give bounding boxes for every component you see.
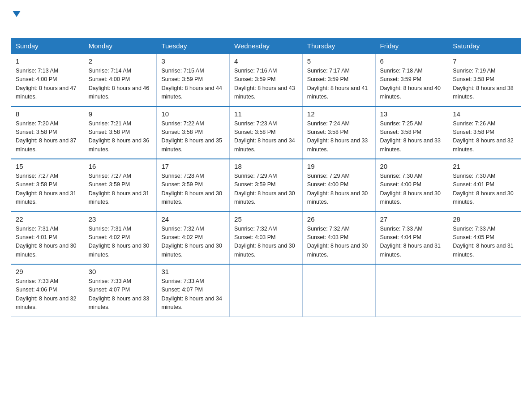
- calendar-cell: 6Sunrise: 7:18 AMSunset: 3:59 PMDaylight…: [375, 54, 448, 107]
- day-info: Sunrise: 7:30 AMSunset: 4:00 PMDaylight:…: [380, 172, 444, 207]
- calendar-cell: 10Sunrise: 7:22 AMSunset: 3:58 PMDayligh…: [157, 107, 230, 159]
- day-info: Sunrise: 7:30 AMSunset: 4:01 PMDaylight:…: [453, 172, 516, 207]
- day-info: Sunrise: 7:32 AMSunset: 4:03 PMDaylight:…: [234, 225, 298, 260]
- calendar-cell: 28Sunrise: 7:33 AMSunset: 4:05 PMDayligh…: [448, 212, 521, 265]
- day-info: Sunrise: 7:25 AMSunset: 3:58 PMDaylight:…: [380, 120, 444, 154]
- day-info: Sunrise: 7:28 AMSunset: 3:59 PMDaylight:…: [161, 172, 225, 207]
- day-number: 12: [307, 110, 371, 118]
- day-number: 20: [380, 163, 444, 170]
- day-info: Sunrise: 7:16 AMSunset: 3:59 PMDaylight:…: [234, 67, 298, 102]
- day-info: Sunrise: 7:18 AMSunset: 3:59 PMDaylight:…: [380, 67, 444, 102]
- day-number: 2: [89, 57, 152, 65]
- weekday-header-sunday: Sunday: [11, 39, 84, 54]
- day-info: Sunrise: 7:27 AMSunset: 3:58 PMDaylight:…: [16, 172, 79, 207]
- day-number: 14: [453, 110, 516, 118]
- day-number: 24: [161, 215, 225, 223]
- calendar-cell: 22Sunrise: 7:31 AMSunset: 4:01 PMDayligh…: [11, 212, 84, 265]
- day-info: Sunrise: 7:19 AMSunset: 3:58 PMDaylight:…: [453, 67, 516, 102]
- calendar-cell: [448, 264, 521, 317]
- calendar-cell: 20Sunrise: 7:30 AMSunset: 4:00 PMDayligh…: [375, 159, 448, 212]
- calendar-cell: 15Sunrise: 7:27 AMSunset: 3:58 PMDayligh…: [11, 159, 84, 212]
- day-info: Sunrise: 7:20 AMSunset: 3:58 PMDaylight:…: [16, 120, 79, 154]
- calendar-cell: 31Sunrise: 7:33 AMSunset: 4:07 PMDayligh…: [157, 264, 230, 317]
- day-info: Sunrise: 7:31 AMSunset: 4:02 PMDaylight:…: [89, 225, 152, 260]
- weekday-header-monday: Monday: [84, 39, 157, 54]
- day-info: Sunrise: 7:14 AMSunset: 4:00 PMDaylight:…: [89, 67, 152, 102]
- weekday-header-wednesday: Wednesday: [230, 39, 303, 54]
- page-header: [11, 11, 521, 30]
- weekday-header-row: SundayMondayTuesdayWednesdayThursdayFrid…: [11, 39, 521, 54]
- calendar-cell: 2Sunrise: 7:14 AMSunset: 4:00 PMDaylight…: [84, 54, 157, 107]
- calendar-cell: 3Sunrise: 7:15 AMSunset: 3:59 PMDaylight…: [157, 54, 230, 107]
- day-info: Sunrise: 7:24 AMSunset: 3:58 PMDaylight:…: [307, 120, 371, 154]
- day-info: Sunrise: 7:33 AMSunset: 4:04 PMDaylight:…: [380, 225, 444, 260]
- day-number: 23: [89, 215, 152, 223]
- day-info: Sunrise: 7:31 AMSunset: 4:01 PMDaylight:…: [16, 225, 79, 260]
- day-number: 11: [234, 110, 298, 118]
- calendar-cell: 18Sunrise: 7:29 AMSunset: 3:59 PMDayligh…: [230, 159, 303, 212]
- day-number: 19: [307, 163, 371, 170]
- calendar-cell: 9Sunrise: 7:21 AMSunset: 3:58 PMDaylight…: [84, 107, 157, 159]
- day-number: 5: [307, 57, 371, 65]
- calendar-cell: 29Sunrise: 7:33 AMSunset: 4:06 PMDayligh…: [11, 264, 84, 317]
- day-number: 27: [380, 215, 444, 223]
- week-row-2: 8Sunrise: 7:20 AMSunset: 3:58 PMDaylight…: [11, 107, 521, 159]
- day-info: Sunrise: 7:33 AMSunset: 4:07 PMDaylight:…: [161, 277, 225, 312]
- calendar-cell: 13Sunrise: 7:25 AMSunset: 3:58 PMDayligh…: [375, 107, 448, 159]
- weekday-header-friday: Friday: [375, 39, 448, 54]
- weekday-header-tuesday: Tuesday: [157, 39, 230, 54]
- calendar-cell: 16Sunrise: 7:27 AMSunset: 3:59 PMDayligh…: [84, 159, 157, 212]
- day-info: Sunrise: 7:21 AMSunset: 3:58 PMDaylight:…: [89, 120, 152, 154]
- logo-arrow-icon: [13, 11, 21, 17]
- logo: [11, 11, 21, 30]
- week-row-5: 29Sunrise: 7:33 AMSunset: 4:06 PMDayligh…: [11, 264, 521, 317]
- day-info: Sunrise: 7:33 AMSunset: 4:06 PMDaylight:…: [16, 277, 79, 312]
- day-number: 18: [234, 163, 298, 170]
- calendar-cell: 7Sunrise: 7:19 AMSunset: 3:58 PMDaylight…: [448, 54, 521, 107]
- day-number: 30: [89, 268, 152, 275]
- day-number: 6: [380, 57, 444, 65]
- calendar-cell: [302, 264, 375, 317]
- calendar-cell: 19Sunrise: 7:29 AMSunset: 4:00 PMDayligh…: [302, 159, 375, 212]
- day-number: 17: [161, 163, 225, 170]
- day-info: Sunrise: 7:23 AMSunset: 3:58 PMDaylight:…: [234, 120, 298, 154]
- day-number: 8: [16, 110, 79, 118]
- day-info: Sunrise: 7:32 AMSunset: 4:03 PMDaylight:…: [307, 225, 371, 260]
- calendar-cell: [230, 264, 303, 317]
- calendar-cell: 23Sunrise: 7:31 AMSunset: 4:02 PMDayligh…: [84, 212, 157, 265]
- calendar-cell: 5Sunrise: 7:17 AMSunset: 3:59 PMDaylight…: [302, 54, 375, 107]
- day-info: Sunrise: 7:26 AMSunset: 3:58 PMDaylight:…: [453, 120, 516, 154]
- week-row-3: 15Sunrise: 7:27 AMSunset: 3:58 PMDayligh…: [11, 159, 521, 212]
- calendar-cell: 24Sunrise: 7:32 AMSunset: 4:02 PMDayligh…: [157, 212, 230, 265]
- calendar-cell: [375, 264, 448, 317]
- day-number: 7: [453, 57, 516, 65]
- day-info: Sunrise: 7:27 AMSunset: 3:59 PMDaylight:…: [89, 172, 152, 207]
- week-row-4: 22Sunrise: 7:31 AMSunset: 4:01 PMDayligh…: [11, 212, 521, 265]
- calendar-cell: 1Sunrise: 7:13 AMSunset: 4:00 PMDaylight…: [11, 54, 84, 107]
- calendar-cell: 17Sunrise: 7:28 AMSunset: 3:59 PMDayligh…: [157, 159, 230, 212]
- weekday-header-saturday: Saturday: [448, 39, 521, 54]
- day-number: 13: [380, 110, 444, 118]
- day-info: Sunrise: 7:29 AMSunset: 3:59 PMDaylight:…: [234, 172, 298, 207]
- day-info: Sunrise: 7:15 AMSunset: 3:59 PMDaylight:…: [161, 67, 225, 102]
- calendar-cell: 11Sunrise: 7:23 AMSunset: 3:58 PMDayligh…: [230, 107, 303, 159]
- day-info: Sunrise: 7:17 AMSunset: 3:59 PMDaylight:…: [307, 67, 371, 102]
- day-number: 31: [161, 268, 225, 275]
- day-number: 9: [89, 110, 152, 118]
- day-info: Sunrise: 7:13 AMSunset: 4:00 PMDaylight:…: [16, 67, 79, 102]
- calendar-table: SundayMondayTuesdayWednesdayThursdayFrid…: [11, 38, 521, 317]
- calendar-cell: 12Sunrise: 7:24 AMSunset: 3:58 PMDayligh…: [302, 107, 375, 159]
- calendar-cell: 4Sunrise: 7:16 AMSunset: 3:59 PMDaylight…: [230, 54, 303, 107]
- calendar-cell: 8Sunrise: 7:20 AMSunset: 3:58 PMDaylight…: [11, 107, 84, 159]
- day-info: Sunrise: 7:32 AMSunset: 4:02 PMDaylight:…: [161, 225, 225, 260]
- day-number: 26: [307, 215, 371, 223]
- day-info: Sunrise: 7:29 AMSunset: 4:00 PMDaylight:…: [307, 172, 371, 207]
- calendar-cell: 30Sunrise: 7:33 AMSunset: 4:07 PMDayligh…: [84, 264, 157, 317]
- calendar-cell: 27Sunrise: 7:33 AMSunset: 4:04 PMDayligh…: [375, 212, 448, 265]
- day-info: Sunrise: 7:33 AMSunset: 4:05 PMDaylight:…: [453, 225, 516, 260]
- week-row-1: 1Sunrise: 7:13 AMSunset: 4:00 PMDaylight…: [11, 54, 521, 107]
- day-number: 22: [16, 215, 79, 223]
- day-info: Sunrise: 7:22 AMSunset: 3:58 PMDaylight:…: [161, 120, 225, 154]
- day-number: 1: [16, 57, 79, 65]
- day-info: Sunrise: 7:33 AMSunset: 4:07 PMDaylight:…: [89, 277, 152, 312]
